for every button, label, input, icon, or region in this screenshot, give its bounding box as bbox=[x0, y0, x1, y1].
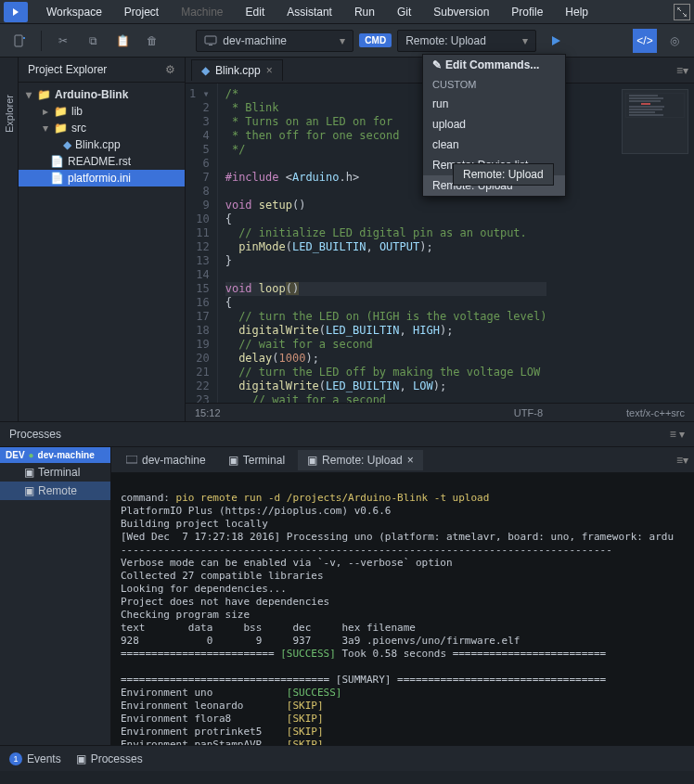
tab-menu-icon[interactable]: ≡▾ bbox=[676, 454, 688, 467]
menu-machine[interactable]: Machine bbox=[170, 0, 234, 24]
copy-icon[interactable]: ⧉ bbox=[81, 29, 105, 53]
monitor-icon bbox=[204, 35, 217, 46]
close-icon[interactable]: × bbox=[407, 454, 414, 467]
app-logo[interactable] bbox=[4, 2, 28, 22]
dd-run[interactable]: run bbox=[423, 94, 565, 114]
console-tab-dev[interactable]: dev-machine bbox=[117, 450, 215, 470]
tree-root[interactable]: ▾📁 Arduino-Blink bbox=[19, 86, 185, 103]
editor-statusbar: 15:12 UTF-8 text/x-c++src bbox=[186, 403, 694, 421]
console: dev-machine ▣ Terminal ▣ Remote: Upload … bbox=[111, 447, 694, 745]
processes-title: Processes bbox=[9, 428, 61, 441]
edit-commands-item[interactable]: ✎ Edit Commands... bbox=[423, 55, 565, 75]
bottombar: 1 Events ▣ Processes bbox=[0, 745, 694, 771]
terminal-icon: ▣ bbox=[24, 466, 34, 479]
tab-menu-icon[interactable]: ≡▾ bbox=[676, 64, 688, 77]
cut-icon[interactable]: ✂ bbox=[51, 29, 75, 53]
tooltip: Remote: Upload bbox=[453, 163, 554, 186]
dd-clean[interactable]: clean bbox=[423, 135, 565, 155]
fullscreen-icon[interactable] bbox=[674, 4, 690, 20]
tree-file-blink[interactable]: ◆ Blink.cpp bbox=[19, 136, 185, 153]
toolbar: ✂ ⧉ 📋 🗑 dev-machine CMD Remote: Upload <… bbox=[0, 24, 694, 58]
editor-tab-blink[interactable]: ◆ Blink.cpp × bbox=[191, 59, 283, 81]
proc-tree-remote[interactable]: ▣ Remote bbox=[0, 482, 110, 500]
command-text: pio remote run -d /projects/Arduino-Blin… bbox=[176, 492, 490, 504]
processes-header: Processes ≡ ▾ bbox=[0, 422, 694, 447]
explorer-rail-label: Explorer bbox=[4, 95, 15, 133]
monitor-icon bbox=[126, 456, 137, 465]
code-view-icon[interactable]: </> bbox=[633, 29, 657, 53]
gutter: 1 ▾234 5678 9101112 13141516 17181920 21… bbox=[186, 84, 218, 403]
settings-icon[interactable]: ◎ bbox=[662, 29, 687, 53]
svg-rect-5 bbox=[126, 456, 137, 463]
svg-marker-0 bbox=[13, 8, 19, 16]
filetype: text/x-c++src bbox=[626, 407, 685, 418]
menu-edit[interactable]: Edit bbox=[235, 0, 276, 24]
events-badge: 1 bbox=[9, 752, 22, 765]
console-tab-remote[interactable]: ▣ Remote: Upload × bbox=[298, 450, 423, 470]
console-tabbar: dev-machine ▣ Terminal ▣ Remote: Upload … bbox=[111, 447, 694, 473]
cmd-badge: CMD bbox=[359, 33, 392, 47]
processes-button[interactable]: ▣ Processes bbox=[76, 752, 143, 765]
menu-help[interactable]: Help bbox=[554, 0, 599, 24]
delete-icon[interactable]: 🗑 bbox=[140, 29, 164, 53]
command-label: Remote: Upload bbox=[405, 34, 486, 47]
terminal-icon: ▣ bbox=[228, 454, 238, 467]
menu-git[interactable]: Git bbox=[386, 0, 422, 24]
run-button[interactable] bbox=[542, 30, 570, 52]
paste-icon[interactable]: 📋 bbox=[110, 29, 135, 53]
menu-subversion[interactable]: Subversion bbox=[422, 0, 500, 24]
terminal-icon: ▣ bbox=[307, 454, 317, 467]
terminal-icon: ▣ bbox=[24, 484, 34, 497]
terminal-icon: ▣ bbox=[76, 752, 86, 765]
tree-folder-lib[interactable]: ▸📁 lib bbox=[19, 103, 185, 120]
menubar: Workspace Project Machine Edit Assistant… bbox=[0, 0, 694, 24]
console-output[interactable]: command: pio remote run -d /projects/Ard… bbox=[111, 473, 694, 745]
menu-project[interactable]: Project bbox=[113, 0, 170, 24]
minimap[interactable] bbox=[622, 89, 688, 154]
processes-tree: DEV ● dev-machine ▣ Terminal ▣ Remote bbox=[0, 447, 111, 745]
menu-workspace[interactable]: Workspace bbox=[35, 0, 113, 24]
command-select[interactable]: Remote: Upload bbox=[397, 30, 536, 52]
svg-rect-2 bbox=[205, 36, 216, 44]
pencil-icon: ✎ bbox=[432, 58, 442, 71]
tree-file-readme[interactable]: 📄 README.rst bbox=[19, 153, 185, 170]
dd-upload[interactable]: upload bbox=[423, 114, 565, 135]
explorer-rail[interactable]: Explorer bbox=[0, 58, 19, 421]
project-explorer: Project Explorer ⚙ ▾📁 Arduino-Blink ▸📁 l… bbox=[19, 58, 186, 421]
menu-profile[interactable]: Profile bbox=[500, 0, 554, 24]
gear-icon[interactable]: ⚙ bbox=[165, 63, 175, 76]
menu-assistant[interactable]: Assistant bbox=[276, 0, 343, 24]
svg-rect-1 bbox=[15, 35, 22, 46]
machine-select[interactable]: dev-machine bbox=[196, 30, 353, 52]
explorer-title: Project Explorer bbox=[28, 63, 107, 76]
console-tab-terminal[interactable]: ▣ Terminal bbox=[219, 450, 294, 470]
explorer-header: Project Explorer ⚙ bbox=[19, 58, 185, 83]
close-icon[interactable]: × bbox=[266, 64, 273, 77]
machine-label: dev-machine bbox=[223, 34, 287, 47]
cpp-icon: ◆ bbox=[201, 64, 210, 77]
menu-run[interactable]: Run bbox=[343, 0, 386, 24]
proc-tree-terminal[interactable]: ▣ Terminal bbox=[0, 463, 110, 482]
encoding: UTF-8 bbox=[514, 407, 543, 418]
custom-section-label: CUSTOM bbox=[423, 75, 565, 94]
events-button[interactable]: 1 Events bbox=[9, 752, 61, 765]
panel-menu-icon[interactable]: ≡ ▾ bbox=[670, 428, 685, 441]
cursor-position: 15:12 bbox=[195, 407, 221, 418]
new-file-icon[interactable] bbox=[7, 29, 32, 53]
processes-panel: Processes ≡ ▾ DEV ● dev-machine ▣ Termin… bbox=[0, 421, 694, 745]
tree-folder-src[interactable]: ▾📁 src bbox=[19, 120, 185, 136]
svg-marker-4 bbox=[552, 36, 560, 45]
svg-rect-3 bbox=[209, 45, 212, 45]
tree-file-ini[interactable]: 📄 platformio.ini bbox=[19, 170, 185, 186]
command-label: command: bbox=[121, 492, 170, 504]
dev-machine-header[interactable]: DEV ● dev-machine bbox=[0, 447, 110, 463]
